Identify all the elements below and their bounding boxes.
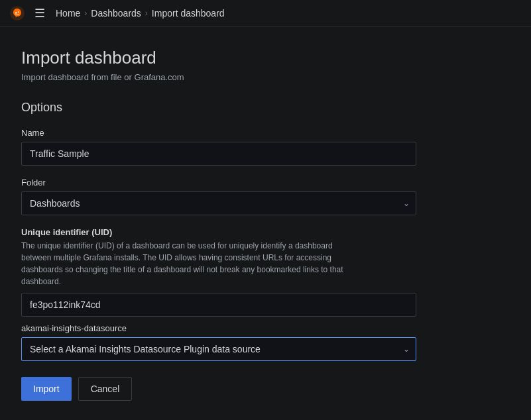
breadcrumb: Home › Dashboards › Import dashboard: [56, 8, 225, 19]
svg-point-1: [15, 12, 17, 13]
uid-input[interactable]: [21, 293, 416, 317]
datasource-label: akamai-insights-datasource: [21, 323, 510, 333]
folder-select-wrapper: Dashboards General ⌄: [21, 191, 416, 215]
uid-label: Unique identifier (UID): [21, 227, 510, 237]
name-label: Name: [21, 128, 510, 138]
datasource-select-wrapper: Select a Akamai Insights Datasource Plug…: [21, 337, 416, 361]
name-input[interactable]: [21, 142, 416, 166]
page-title: Import dashboard: [21, 48, 510, 68]
breadcrumb-home[interactable]: Home: [56, 8, 80, 19]
menu-icon[interactable]: ☰: [34, 6, 45, 21]
uid-form-group: Unique identifier (UID) The unique ident…: [21, 227, 510, 317]
datasource-select[interactable]: Select a Akamai Insights Datasource Plug…: [21, 337, 416, 361]
svg-point-2: [18, 11, 19, 13]
breadcrumb-dashboards[interactable]: Dashboards: [91, 8, 141, 19]
datasource-form-group: akamai-insights-datasource Select a Akam…: [21, 323, 510, 361]
folder-form-group: Folder Dashboards General ⌄: [21, 178, 510, 215]
topbar: ☰ Home › Dashboards › Import dashboard: [0, 0, 531, 26]
options-section-title: Options: [21, 101, 510, 115]
breadcrumb-sep-1: ›: [84, 9, 87, 18]
folder-select[interactable]: Dashboards General: [21, 191, 416, 215]
main-content: Import dashboard Import dashboard from f…: [0, 26, 531, 420]
folder-label: Folder: [21, 178, 510, 187]
breadcrumb-current: Import dashboard: [152, 8, 225, 19]
breadcrumb-sep-2: ›: [145, 9, 148, 18]
cancel-button[interactable]: Cancel: [78, 377, 133, 401]
uid-description: The unique identifier (UID) of a dashboa…: [21, 240, 346, 288]
page-subtitle: Import dashboard from file or Grafana.co…: [21, 72, 510, 82]
grafana-logo: [8, 4, 27, 23]
name-form-group: Name: [21, 128, 510, 166]
import-button[interactable]: Import: [21, 377, 72, 401]
action-buttons: Import Cancel: [21, 377, 510, 401]
